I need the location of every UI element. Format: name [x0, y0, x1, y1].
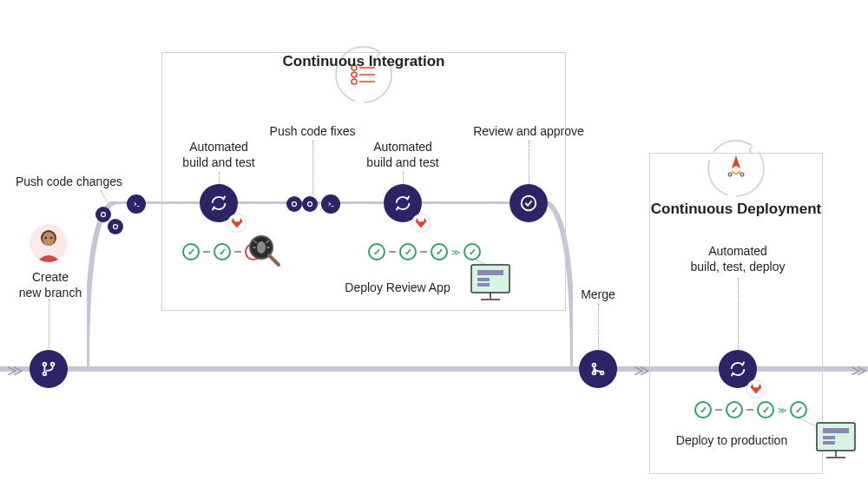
svg-rect-35	[823, 436, 835, 439]
status-connector	[420, 251, 427, 253]
dotted-connector	[529, 141, 529, 186]
status-arrow-icon: ≫	[778, 405, 786, 415]
dotted-connector	[738, 278, 739, 349]
branch-node	[30, 350, 68, 388]
status-connector	[746, 409, 753, 411]
flow-arrow-icon: ≫	[634, 361, 650, 380]
production-monitor-icon	[814, 420, 858, 462]
dotted-connector	[101, 190, 109, 204]
status-connector	[203, 251, 210, 253]
pipeline-diagram: ≫ ≫ ≫ Continuous Integration	[0, 0, 868, 481]
svg-line-23	[269, 255, 279, 265]
svg-point-12	[43, 232, 55, 246]
approve-node	[510, 184, 548, 222]
svg-point-9	[740, 173, 744, 176]
status-connector	[389, 251, 396, 253]
svg-point-5	[352, 79, 357, 84]
merge-node	[579, 350, 617, 388]
flow-arrow-icon: ≫	[851, 361, 867, 380]
deploy-production-label: Deploy to production	[667, 432, 797, 448]
review-app-monitor-icon	[469, 262, 512, 304]
status-arrow-icon: ≫	[451, 247, 460, 257]
push-icon	[127, 194, 146, 214]
gitlab-icon	[411, 214, 431, 233]
pipeline-status-ok: ✓ ✓ ✓ ≫ ✓	[368, 243, 481, 260]
create-branch-label: Create new branch	[14, 269, 87, 300]
svg-point-32	[522, 196, 536, 211]
svg-point-25	[308, 202, 312, 207]
svg-point-13	[45, 237, 47, 239]
svg-rect-27	[477, 270, 503, 275]
review-approve-label: Review and approve	[464, 123, 594, 139]
auto-build-test-deploy-label: Automated build, test, deploy	[686, 243, 790, 274]
svg-point-3	[352, 72, 357, 77]
merge-label: Merge	[576, 287, 620, 302]
status-ok-icon: ✓	[726, 401, 743, 418]
svg-rect-33	[817, 423, 855, 451]
bug-magnifier-icon	[248, 234, 281, 267]
gitlab-icon	[746, 379, 766, 399]
status-ok-icon: ✓	[399, 243, 417, 260]
ci-title: Continuous Integration	[162, 53, 565, 70]
commit-icon	[302, 196, 318, 212]
dotted-connector	[598, 304, 599, 351]
push-changes-label: Push code changes	[16, 174, 128, 189]
deploy-review-app-label: Deploy Review App	[337, 280, 458, 295]
status-ok-icon: ✓	[757, 401, 774, 418]
svg-point-7	[708, 141, 764, 196]
svg-rect-34	[823, 428, 849, 433]
cd-section-box: Continuous Deployment	[649, 153, 823, 474]
cd-section-icon	[706, 138, 766, 199]
push-icon	[321, 194, 340, 214]
push-fixes-label: Push code fixes	[260, 123, 365, 139]
status-ok-icon: ✓	[182, 243, 200, 260]
svg-rect-36	[823, 441, 835, 445]
dotted-connector	[49, 300, 49, 348]
flow-arrow-icon: ≫	[7, 361, 23, 380]
commit-icon	[108, 219, 123, 234]
svg-rect-29	[477, 283, 490, 287]
auto-build-test-1-label: Automated build and test	[175, 139, 262, 170]
svg-point-8	[728, 173, 732, 176]
status-connector	[715, 409, 722, 411]
commit-icon	[95, 207, 111, 222]
svg-point-24	[293, 202, 297, 207]
auto-build-test-2-label: Automated build and test	[359, 139, 446, 170]
status-ok-icon: ✓	[214, 243, 231, 260]
status-ok-icon: ✓	[431, 243, 448, 260]
cd-title: Continuous Deployment	[650, 201, 822, 218]
status-connector	[234, 251, 241, 253]
gitlab-icon	[227, 214, 247, 233]
status-ok-icon: ✓	[368, 243, 385, 260]
developer-avatar	[30, 224, 68, 262]
status-ok-icon: ✓	[694, 401, 712, 418]
pipeline-status-ok: ✓ ✓ ✓ ≫ ✓	[694, 401, 807, 418]
svg-rect-28	[477, 278, 490, 281]
status-ok-icon: ✓	[464, 243, 481, 260]
svg-point-15	[102, 213, 106, 217]
commit-icon	[286, 196, 302, 212]
dotted-connector	[312, 141, 313, 194]
status-ok-icon: ✓	[790, 401, 807, 418]
svg-point-16	[114, 225, 118, 229]
svg-point-14	[50, 237, 52, 239]
svg-point-18	[257, 241, 266, 254]
svg-rect-26	[471, 265, 510, 293]
